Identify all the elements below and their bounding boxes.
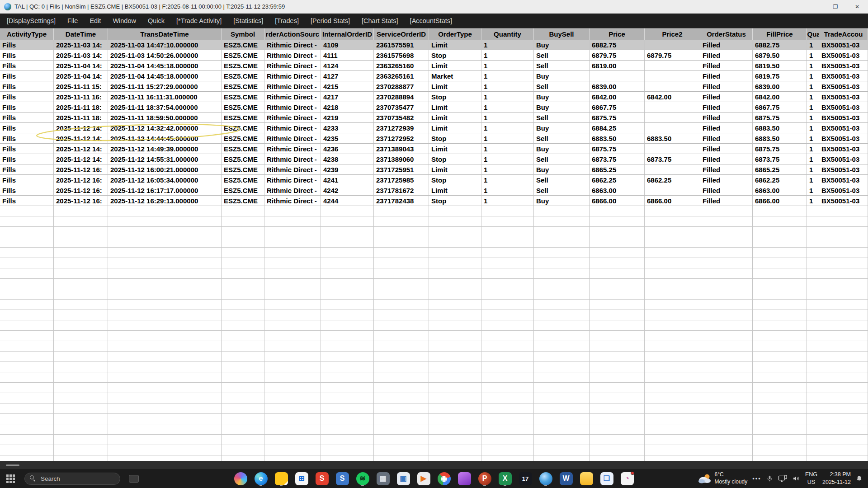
column-header[interactable]: OrderType <box>429 28 481 40</box>
sticky-notes-icon[interactable] <box>274 470 288 487</box>
weather-widget[interactable]: 6°C Mostly cloudy <box>698 471 748 485</box>
notifications-bell-icon[interactable] <box>856 475 863 482</box>
column-header[interactable]: lQua <box>807 28 819 40</box>
table-cell <box>222 268 264 279</box>
table-row[interactable]: Fills2025-11-03 14:2025-11-03 14:50:26.0… <box>0 50 868 61</box>
table-cell: ESZ5.CME <box>222 92 264 102</box>
table-row[interactable]: Fills2025-11-12 16:2025-11-12 16:00:21.0… <box>0 164 868 175</box>
sierra-chart-red-icon[interactable]: S <box>315 470 329 487</box>
table-cell <box>700 279 753 289</box>
excel-icon[interactable]: X <box>498 470 512 487</box>
scrollbar-thumb[interactable] <box>6 465 19 466</box>
menu-item[interactable]: [Trades] <box>269 17 305 24</box>
sierra-chart-blue-icon[interactable]: S <box>335 470 349 487</box>
column-header[interactable]: Price <box>590 28 645 40</box>
tradingview-icon[interactable]: 17 <box>518 470 533 487</box>
word-icon[interactable]: W <box>559 470 573 487</box>
table-cell <box>321 331 374 341</box>
minimize-button[interactable]: – <box>803 0 825 13</box>
close-button[interactable]: ✕ <box>846 0 868 13</box>
media-player-icon[interactable]: ▶ <box>416 470 431 487</box>
column-header[interactable]: TradeAccou <box>819 28 868 40</box>
column-header[interactable]: BuySell <box>534 28 590 40</box>
table-cell <box>108 352 222 362</box>
table-cell <box>429 414 481 424</box>
ms-store-icon[interactable]: ⊞ <box>294 470 309 487</box>
column-header[interactable]: Price2 <box>645 28 700 40</box>
column-header[interactable]: rderActionSourc <box>264 28 321 40</box>
menu-item[interactable]: Window <box>107 17 142 24</box>
menu-item[interactable]: File <box>61 17 84 24</box>
table-cell: 2025-11-12 14:32:42.000000 <box>108 123 222 133</box>
language-switcher[interactable]: ENG US <box>805 471 817 486</box>
cast-display-icon[interactable] <box>778 475 787 483</box>
column-header[interactable]: FillPrice <box>753 28 807 40</box>
column-header[interactable]: TransDateTime <box>108 28 222 40</box>
table-row[interactable]: Fills2025-11-11 18:2025-11-11 18:37:54.0… <box>0 102 868 113</box>
microphone-icon[interactable] <box>766 475 773 482</box>
column-header[interactable]: Symbol <box>222 28 264 40</box>
menu-item[interactable]: [DisplaySettings] <box>1 17 61 24</box>
menu-item[interactable]: [*Trade Activity] <box>170 17 227 24</box>
menu-item[interactable]: [Statistics] <box>227 17 269 24</box>
table-row[interactable]: Fills2025-11-11 18:2025-11-11 18:59:50.0… <box>0 113 868 123</box>
table-cell <box>807 404 819 414</box>
maximize-button[interactable]: ❐ <box>825 0 846 13</box>
table-cell: Fills <box>0 175 54 185</box>
menu-item[interactable]: [Period Stats] <box>305 17 356 24</box>
copilot-icon[interactable] <box>233 470 248 487</box>
paint-icon[interactable]: ◔ <box>620 470 634 487</box>
chrome-icon[interactable]: ◉ <box>437 470 451 487</box>
table-row[interactable]: Fills2025-11-12 14:2025-11-12 14:32:42.0… <box>0 123 868 133</box>
table-row[interactable]: Fills2025-11-12 16:2025-11-12 16:17:17.0… <box>0 185 868 196</box>
table-row[interactable]: Fills2025-11-12 16:2025-11-12 16:29:13.0… <box>0 196 868 206</box>
table-cell <box>0 237 54 248</box>
powerpoint-icon[interactable]: P <box>477 470 492 487</box>
horizontal-scrollbar[interactable] <box>0 461 868 469</box>
table-cell <box>429 372 481 383</box>
table-row[interactable]: Fills2025-11-12 16:2025-11-12 16:05:34.0… <box>0 175 868 185</box>
table-cell <box>753 352 807 362</box>
column-header[interactable]: InternalOrderID <box>321 28 374 40</box>
spotify-icon[interactable]: ≋ <box>355 470 370 487</box>
calculator-icon[interactable]: ▦ <box>376 470 390 487</box>
table-row[interactable]: Fills2025-11-12 14:2025-11-12 14:44:45.0… <box>0 133 868 144</box>
photos-icon[interactable]: ▣ <box>396 470 410 487</box>
search-input[interactable]: Search <box>24 473 120 485</box>
table-row[interactable]: Fills2025-11-11 15:2025-11-11 15:27:29.0… <box>0 81 868 92</box>
menu-item[interactable]: Quick <box>142 17 170 24</box>
table-cell: Rithmic Direct - <box>264 61 321 71</box>
table-cell <box>321 352 374 362</box>
language-line2: US <box>805 479 817 486</box>
tray-overflow-button[interactable]: ••• <box>752 475 761 482</box>
column-header[interactable]: ServiceOrderID <box>374 28 429 40</box>
column-header[interactable]: DateTime <box>54 28 108 40</box>
column-header[interactable]: OrderStatus <box>700 28 753 40</box>
table-cell <box>0 248 54 258</box>
movies-tv-icon[interactable]: ❏ <box>599 470 614 487</box>
icon-glyph: ◉ <box>438 472 451 485</box>
table-row[interactable]: Fills2025-11-12 14:2025-11-12 14:55:31.0… <box>0 154 868 164</box>
file-explorer-icon[interactable] <box>579 470 594 487</box>
column-header[interactable]: Quantity <box>481 28 534 40</box>
table-row[interactable]: Fills2025-11-04 14:2025-11-04 14:45:18.0… <box>0 61 868 71</box>
table-row[interactable]: Fills2025-11-11 16:2025-11-11 16:11:31.0… <box>0 92 868 102</box>
menu-item[interactable]: Edit <box>84 17 107 24</box>
table-row[interactable]: Fills2025-11-04 14:2025-11-04 14:45:18.0… <box>0 71 868 81</box>
tal-globe-icon[interactable] <box>538 470 553 487</box>
table-row[interactable]: Fills2025-11-12 14:2025-11-12 14:49:39.0… <box>0 144 868 154</box>
table-cell <box>807 320 819 331</box>
start-button[interactable] <box>6 474 15 483</box>
edge-icon[interactable]: e <box>254 470 268 487</box>
clock[interactable]: 2:38 PM 2025-11-12 <box>822 471 851 486</box>
task-view-icon[interactable] <box>129 475 139 483</box>
table-cell: 2025-11-03 14: <box>54 40 108 50</box>
onenote-icon[interactable] <box>457 470 472 487</box>
column-header[interactable]: ActivityType <box>0 28 54 40</box>
volume-icon[interactable] <box>792 475 800 482</box>
menu-item[interactable]: [AccountStats] <box>404 17 458 24</box>
table-row[interactable]: Fills2025-11-03 14:2025-11-03 14:47:10.0… <box>0 40 868 50</box>
table-cell: 1 <box>807 164 819 175</box>
menu-item[interactable]: [Chart Stats] <box>356 17 404 24</box>
table-cell <box>481 248 534 258</box>
